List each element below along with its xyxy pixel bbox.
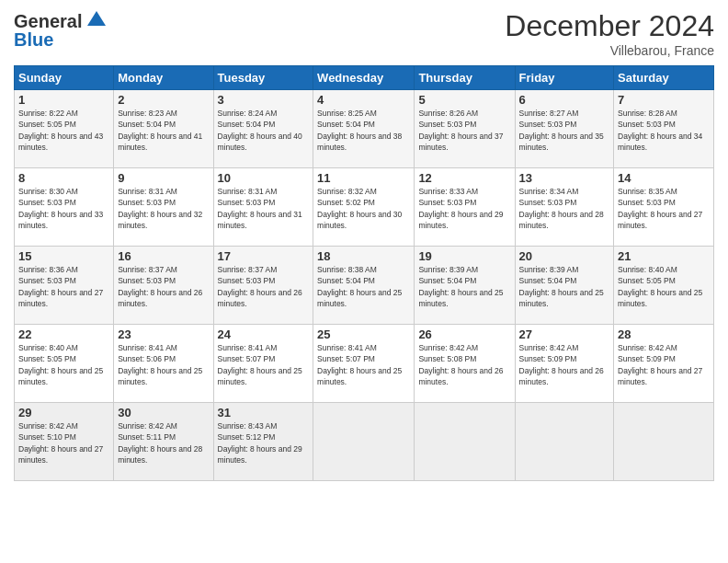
day-info: Sunrise: 8:39 AMSunset: 5:04 PMDaylight:… [418,265,503,308]
calendar-cell: 27 Sunrise: 8:42 AMSunset: 5:09 PMDaylig… [515,325,614,403]
calendar-cell: 8 Sunrise: 8:30 AMSunset: 5:03 PMDayligh… [15,168,114,247]
calendar-cell: 21 Sunrise: 8:40 AMSunset: 5:05 PMDaylig… [614,247,714,325]
calendar-cell: 13 Sunrise: 8:34 AMSunset: 5:03 PMDaylig… [515,168,614,247]
day-info: Sunrise: 8:42 AMSunset: 5:10 PMDaylight:… [18,421,103,465]
svg-marker-0 [87,11,106,26]
day-number: 2 [118,93,209,107]
day-number: 18 [317,249,410,263]
day-info: Sunrise: 8:34 AMSunset: 5:03 PMDaylight:… [519,187,604,230]
day-info: Sunrise: 8:40 AMSunset: 5:05 PMDaylight:… [18,343,103,386]
calendar-cell: 20 Sunrise: 8:39 AMSunset: 5:04 PMDaylig… [515,247,614,325]
calendar-cell: 4 Sunrise: 8:25 AMSunset: 5:04 PMDayligh… [313,90,415,168]
day-number: 29 [18,406,109,419]
day-info: Sunrise: 8:37 AMSunset: 5:03 PMDaylight:… [118,265,202,308]
calendar-cell: 7 Sunrise: 8:28 AMSunset: 5:03 PMDayligh… [614,90,714,168]
location-subtitle: Villebarou, France [505,43,714,58]
col-header-thursday: Thursday [415,66,515,90]
calendar-week-2: 8 Sunrise: 8:30 AMSunset: 5:03 PMDayligh… [15,168,714,247]
day-number: 3 [218,93,310,107]
day-number: 24 [218,327,310,341]
calendar-cell: 19 Sunrise: 8:39 AMSunset: 5:04 PMDaylig… [415,247,515,325]
day-info: Sunrise: 8:31 AMSunset: 5:03 PMDaylight:… [118,187,202,230]
day-info: Sunrise: 8:40 AMSunset: 5:05 PMDaylight:… [618,265,702,308]
calendar-cell: 26 Sunrise: 8:42 AMSunset: 5:08 PMDaylig… [415,325,515,403]
day-number: 6 [519,93,610,107]
day-info: Sunrise: 8:25 AMSunset: 5:04 PMDaylight:… [317,109,402,152]
day-number: 30 [118,406,209,419]
page: General Blue December 2024 Villebarou, F… [0,0,728,563]
calendar-cell [614,403,714,481]
calendar-cell: 17 Sunrise: 8:37 AMSunset: 5:03 PMDaylig… [213,247,313,325]
calendar-cell: 12 Sunrise: 8:33 AMSunset: 5:03 PMDaylig… [415,168,515,247]
day-info: Sunrise: 8:35 AMSunset: 5:03 PMDaylight:… [618,187,702,230]
calendar-cell: 9 Sunrise: 8:31 AMSunset: 5:03 PMDayligh… [114,168,213,247]
calendar-week-5: 29 Sunrise: 8:42 AMSunset: 5:10 PMDaylig… [15,403,714,481]
calendar-cell: 29 Sunrise: 8:42 AMSunset: 5:10 PMDaylig… [15,403,114,481]
day-info: Sunrise: 8:22 AMSunset: 5:05 PMDaylight:… [18,109,103,152]
calendar-cell: 18 Sunrise: 8:38 AMSunset: 5:04 PMDaylig… [313,247,415,325]
calendar-cell: 30 Sunrise: 8:42 AMSunset: 5:11 PMDaylig… [114,403,213,481]
day-info: Sunrise: 8:41 AMSunset: 5:07 PMDaylight:… [218,343,302,386]
month-title: December 2024 [505,9,714,43]
day-number: 22 [18,327,109,341]
day-number: 12 [418,171,510,185]
day-number: 15 [18,249,109,263]
header: General Blue December 2024 Villebarou, F… [14,9,714,58]
day-number: 7 [618,93,710,107]
day-number: 16 [118,249,209,263]
day-number: 8 [18,171,109,185]
calendar-table: SundayMondayTuesdayWednesdayThursdayFrid… [14,65,714,481]
col-header-sunday: Sunday [15,66,114,90]
calendar-week-1: 1 Sunrise: 8:22 AMSunset: 5:05 PMDayligh… [15,90,714,168]
day-info: Sunrise: 8:42 AMSunset: 5:09 PMDaylight:… [618,343,702,386]
day-info: Sunrise: 8:30 AMSunset: 5:03 PMDaylight:… [18,187,103,230]
day-number: 26 [418,327,510,341]
calendar-cell: 22 Sunrise: 8:40 AMSunset: 5:05 PMDaylig… [15,325,114,403]
calendar-cell: 31 Sunrise: 8:43 AMSunset: 5:12 PMDaylig… [213,403,313,481]
day-info: Sunrise: 8:23 AMSunset: 5:04 PMDaylight:… [118,109,202,152]
col-header-friday: Friday [515,66,614,90]
calendar-cell [415,403,515,481]
day-number: 9 [118,171,209,185]
day-number: 19 [418,249,510,263]
day-info: Sunrise: 8:42 AMSunset: 5:09 PMDaylight:… [519,343,604,386]
day-info: Sunrise: 8:33 AMSunset: 5:03 PMDaylight:… [418,187,503,230]
day-number: 11 [317,171,410,185]
day-number: 31 [218,406,310,419]
title-area: December 2024 Villebarou, France [505,9,714,58]
calendar-cell: 23 Sunrise: 8:41 AMSunset: 5:06 PMDaylig… [114,325,213,403]
day-number: 13 [519,171,610,185]
calendar-cell: 16 Sunrise: 8:37 AMSunset: 5:03 PMDaylig… [114,247,213,325]
day-number: 27 [519,327,610,341]
calendar-cell: 6 Sunrise: 8:27 AMSunset: 5:03 PMDayligh… [515,90,614,168]
day-number: 23 [118,327,209,341]
calendar-cell: 25 Sunrise: 8:41 AMSunset: 5:07 PMDaylig… [313,325,415,403]
calendar-week-4: 22 Sunrise: 8:40 AMSunset: 5:05 PMDaylig… [15,325,714,403]
col-header-saturday: Saturday [614,66,714,90]
calendar-cell: 10 Sunrise: 8:31 AMSunset: 5:03 PMDaylig… [213,168,313,247]
calendar-header-row: SundayMondayTuesdayWednesdayThursdayFrid… [15,66,714,90]
calendar-cell [313,403,415,481]
calendar-week-3: 15 Sunrise: 8:36 AMSunset: 5:03 PMDaylig… [15,247,714,325]
calendar-cell: 5 Sunrise: 8:26 AMSunset: 5:03 PMDayligh… [415,90,515,168]
calendar-cell: 14 Sunrise: 8:35 AMSunset: 5:03 PMDaylig… [614,168,714,247]
day-number: 21 [618,249,710,263]
logo-icon [84,7,109,33]
day-number: 10 [218,171,310,185]
calendar-cell: 1 Sunrise: 8:22 AMSunset: 5:05 PMDayligh… [15,90,114,168]
calendar-cell: 11 Sunrise: 8:32 AMSunset: 5:02 PMDaylig… [313,168,415,247]
day-info: Sunrise: 8:37 AMSunset: 5:03 PMDaylight:… [218,265,302,308]
day-info: Sunrise: 8:31 AMSunset: 5:03 PMDaylight:… [218,187,302,230]
day-number: 5 [418,93,510,107]
day-number: 17 [218,249,310,263]
day-number: 20 [519,249,610,263]
day-info: Sunrise: 8:27 AMSunset: 5:03 PMDaylight:… [519,109,604,152]
day-number: 4 [317,93,410,107]
day-info: Sunrise: 8:43 AMSunset: 5:12 PMDaylight:… [218,421,302,465]
day-info: Sunrise: 8:24 AMSunset: 5:04 PMDaylight:… [218,109,302,152]
day-info: Sunrise: 8:32 AMSunset: 5:02 PMDaylight:… [317,187,402,230]
calendar-cell [515,403,614,481]
day-info: Sunrise: 8:26 AMSunset: 5:03 PMDaylight:… [418,109,503,152]
logo: General Blue [14,9,109,51]
col-header-tuesday: Tuesday [213,66,313,90]
